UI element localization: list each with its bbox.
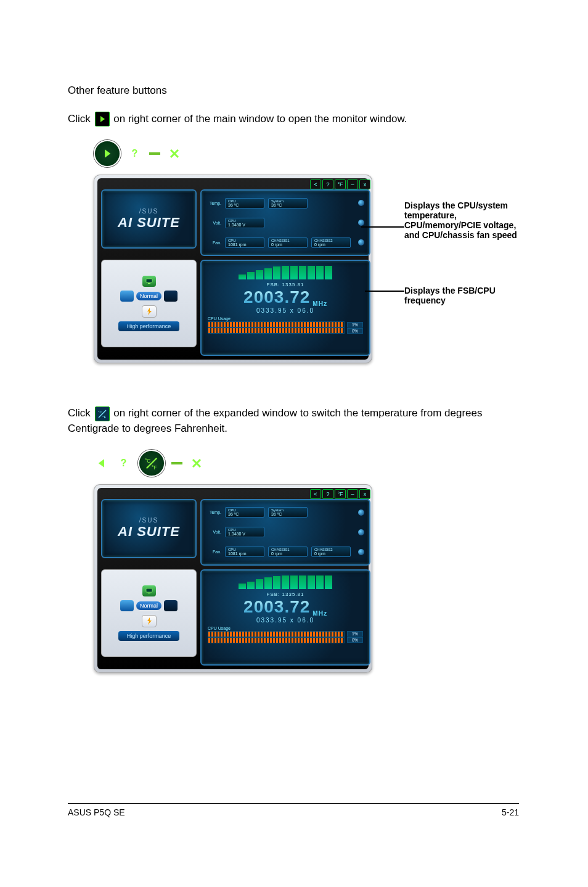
fan-row: Fan. CPU1081 rpm CHASSIS10 rpm CHASSIS20… bbox=[206, 543, 364, 561]
logo-panel: /SUS AI SUITE bbox=[101, 499, 197, 558]
help-icon[interactable]: ? bbox=[116, 455, 132, 471]
svg-text:°C: °C bbox=[145, 458, 150, 463]
svg-text:?: ? bbox=[121, 458, 127, 468]
fsb-line: FSB: 1335.81 bbox=[267, 592, 304, 597]
collapse-left-icon[interactable]: < bbox=[310, 489, 321, 499]
svg-rect-18 bbox=[146, 588, 152, 592]
temp-system: System36 ºC bbox=[268, 507, 308, 518]
close-icon[interactable] bbox=[189, 455, 205, 471]
svg-rect-19 bbox=[148, 593, 150, 593]
right-chip-icon[interactable] bbox=[164, 291, 178, 302]
fan-knob[interactable] bbox=[358, 549, 364, 555]
volt-cpu: CPU1.0480 V bbox=[225, 527, 264, 537]
multiplier-line: 0333.95 x 06.0 bbox=[256, 617, 314, 624]
bolt-icon[interactable] bbox=[142, 305, 157, 318]
temp-label: Temp. bbox=[206, 510, 221, 514]
para2-text-a: Click bbox=[68, 407, 94, 419]
freq-bargraph bbox=[239, 576, 332, 589]
close-icon[interactable] bbox=[166, 146, 182, 162]
para1-text-b: on right corner of the main window to op… bbox=[113, 113, 407, 125]
control-panel: Normal High performance bbox=[101, 260, 197, 347]
temp-unit-toggle-icon[interactable]: °F bbox=[335, 179, 346, 189]
temp-cpu: CPU36 ºC bbox=[225, 198, 264, 208]
profile-label[interactable]: Normal bbox=[136, 601, 161, 610]
para2-text-b: on right corner of the expanded window t… bbox=[68, 407, 482, 434]
multiplier-line: 0333.95 x 06.0 bbox=[256, 307, 314, 314]
volt-knob[interactable] bbox=[358, 529, 364, 535]
logo-panel: /SUS AI SUITE bbox=[101, 189, 197, 249]
expand-right-icon[interactable] bbox=[94, 140, 121, 167]
fan-chassis2: CHASSIS20 rpm bbox=[311, 237, 351, 248]
temp-unit-toggle-icon[interactable]: °F bbox=[335, 489, 346, 499]
svg-marker-7 bbox=[147, 308, 152, 315]
volt-cpu: CPU1.0480 V bbox=[225, 218, 264, 228]
volt-row: Volt. CPU1.0480 V bbox=[206, 524, 364, 541]
para-temp-toggle: Click °C°F on right corner of the expand… bbox=[68, 406, 520, 435]
temp-unit-toggle-icon: °C°F bbox=[95, 406, 110, 421]
svg-rect-5 bbox=[146, 279, 152, 283]
svg-text:°C: °C bbox=[98, 410, 102, 414]
ai-suite-figure-1: < ? °F – x /SUS AI SUITE Temp. CPU36 ºC bbox=[94, 175, 520, 372]
minimize-icon[interactable]: – bbox=[347, 489, 358, 499]
svg-marker-11 bbox=[99, 459, 104, 467]
bolt-icon[interactable] bbox=[142, 615, 157, 627]
cpu-frequency: 2003.72MHz bbox=[243, 287, 327, 307]
minimize-icon[interactable] bbox=[171, 462, 182, 464]
temp-cpu: CPU36 ºC bbox=[225, 507, 264, 518]
brand-text: /SUS bbox=[139, 208, 158, 215]
collapse-left-icon[interactable]: < bbox=[310, 179, 321, 189]
cpu-usage-label: CPU Usage bbox=[208, 626, 231, 630]
temp-system: System36 ºC bbox=[268, 198, 308, 208]
sensor-stats-panel: Temp. CPU36 ºC System36 ºC Volt. CPU1.04… bbox=[200, 499, 370, 566]
brand-text: /SUS bbox=[139, 517, 158, 524]
temp-knob[interactable] bbox=[358, 200, 364, 206]
monitor-chip-icon[interactable] bbox=[142, 585, 156, 596]
freq-bargraph bbox=[239, 266, 332, 279]
cpu-frequency: 2003.72MHz bbox=[243, 597, 327, 617]
left-chip-icon[interactable] bbox=[120, 291, 134, 302]
monitor-chip-icon[interactable] bbox=[142, 276, 156, 287]
window-control-icons-enlarged-1: ? bbox=[94, 140, 520, 167]
fan-knob[interactable] bbox=[358, 239, 364, 245]
temp-knob[interactable] bbox=[358, 510, 364, 516]
close-icon[interactable]: x bbox=[359, 179, 370, 189]
temp-unit-toggle-icon[interactable]: °C°F bbox=[138, 450, 165, 477]
fan-chassis1: CHASSIS10 rpm bbox=[268, 547, 308, 557]
expand-right-icon bbox=[95, 112, 110, 126]
right-chip-icon[interactable] bbox=[164, 600, 178, 611]
fan-label: Fan. bbox=[206, 550, 221, 554]
volt-knob[interactable] bbox=[358, 220, 364, 226]
para-open-monitor: Click on right corner of the main window… bbox=[68, 112, 520, 127]
svg-text:?: ? bbox=[132, 148, 138, 159]
temp-row: Temp. CPU36 ºC System36 ºC bbox=[206, 194, 364, 212]
svg-marker-0 bbox=[100, 116, 105, 122]
para1-text-a: Click bbox=[68, 113, 94, 125]
volt-row: Volt. CPU1.0480 V bbox=[206, 214, 364, 231]
fan-cpu: CPU1081 rpm bbox=[225, 237, 264, 248]
help-icon[interactable]: ? bbox=[322, 179, 333, 189]
app-title: AI SUITE bbox=[118, 215, 180, 231]
fan-chassis1: CHASSIS10 rpm bbox=[268, 237, 308, 248]
app-title: AI SUITE bbox=[118, 524, 180, 540]
minimize-icon[interactable] bbox=[149, 152, 160, 155]
window-controls: < ? °F – x bbox=[101, 179, 370, 189]
performance-mode[interactable]: High performance bbox=[118, 321, 180, 331]
left-chip-icon[interactable] bbox=[120, 600, 134, 611]
cpu-usage-bar-2: 0% bbox=[208, 638, 363, 643]
collapse-left-icon[interactable] bbox=[94, 455, 110, 471]
minimize-icon[interactable]: – bbox=[347, 179, 358, 189]
svg-rect-6 bbox=[148, 283, 150, 284]
help-icon[interactable]: ? bbox=[322, 489, 333, 499]
fan-chassis2: CHASSIS20 rpm bbox=[311, 547, 351, 557]
fan-cpu: CPU1081 rpm bbox=[225, 547, 264, 557]
svg-text:°F: °F bbox=[102, 415, 106, 419]
profile-label[interactable]: Normal bbox=[136, 292, 161, 300]
cpu-usage-bar-2: 0% bbox=[208, 328, 363, 333]
help-icon[interactable]: ? bbox=[127, 146, 143, 162]
temp-row: Temp. CPU36 ºC System36 ºC bbox=[206, 504, 364, 521]
annotation-freq: Displays the FSB/CPU frequency bbox=[404, 286, 521, 305]
cpu-usage-bar-1: 1% bbox=[208, 322, 363, 327]
performance-mode[interactable]: High performance bbox=[118, 631, 180, 641]
close-icon[interactable]: x bbox=[359, 489, 370, 499]
section-heading: Other feature buttons bbox=[68, 83, 520, 98]
